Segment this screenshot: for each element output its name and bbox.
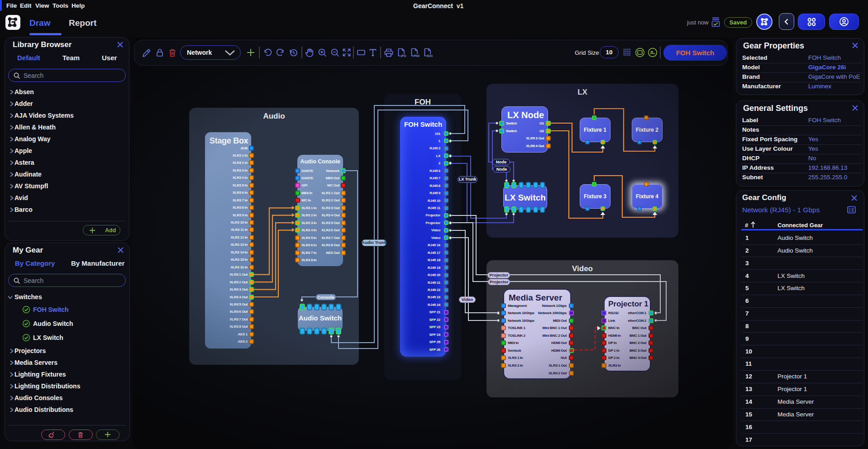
svg-text:PNG: PNG (414, 54, 420, 57)
svg-text:SVG: SVG (427, 54, 433, 57)
svg-text:JPG: JPG (401, 54, 406, 57)
